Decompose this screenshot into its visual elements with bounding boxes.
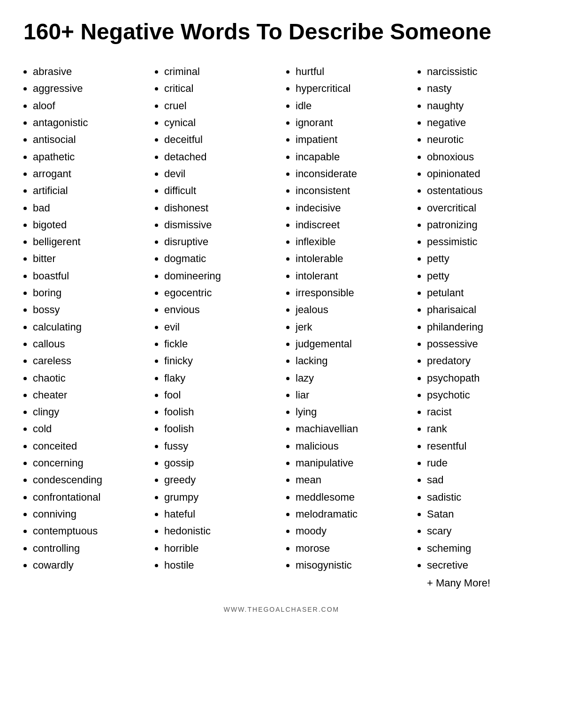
list-item: melodramatic	[296, 506, 408, 523]
list-item: aloof	[33, 98, 145, 114]
list-item: calculating	[33, 319, 145, 336]
list-item: callous	[33, 336, 145, 353]
list-item: overcritical	[427, 200, 540, 217]
list-item: inconsistent	[296, 182, 408, 199]
list-item: hedonistic	[164, 523, 277, 540]
list-item: Satan	[427, 506, 540, 523]
list-item: negative	[427, 114, 540, 131]
list-item: hurtful	[296, 63, 408, 80]
list-item: detached	[164, 149, 277, 165]
list-item: morose	[296, 540, 408, 557]
list-item: possessive	[427, 336, 540, 353]
list-item: antisocial	[33, 131, 145, 148]
list-item: hypercritical	[296, 80, 408, 97]
list-item: difficult	[164, 182, 277, 199]
list-item: belligerent	[33, 233, 145, 250]
list-item: abrasive	[33, 63, 145, 80]
list-item: foolish	[164, 404, 277, 420]
list-item: intolerant	[296, 268, 408, 285]
list-item: bitter	[33, 250, 145, 267]
list-item: machiavellian	[296, 420, 408, 437]
list-item: aggressive	[33, 80, 145, 97]
list-item: resentful	[427, 438, 540, 455]
list-item: sad	[427, 472, 540, 488]
list-item: lacking	[296, 353, 408, 369]
list-item: indiscreet	[296, 217, 408, 233]
list-item: critical	[164, 80, 277, 97]
list-item: mean	[296, 472, 408, 488]
list-item: predatory	[427, 353, 540, 369]
list-item: careless	[33, 353, 145, 369]
list-item: fussy	[164, 438, 277, 455]
list-item: finicky	[164, 353, 277, 369]
list-item: racist	[427, 404, 540, 420]
list-item: arrogant	[33, 165, 145, 182]
list-item: cruel	[164, 98, 277, 114]
list-item: cheater	[33, 387, 145, 404]
list-item: conceited	[33, 438, 145, 455]
list-item: apathetic	[33, 149, 145, 165]
list-item: devil	[164, 165, 277, 182]
list-item: bossy	[33, 301, 145, 318]
list-item: contemptuous	[33, 523, 145, 540]
list-item: hateful	[164, 506, 277, 523]
list-item: antagonistic	[33, 114, 145, 131]
list-item: envious	[164, 301, 277, 318]
list-item: deceitful	[164, 131, 277, 148]
list-item: hostile	[164, 557, 277, 574]
list-item: gossip	[164, 455, 277, 472]
list-item: philandering	[427, 319, 540, 336]
list-item: controlling	[33, 540, 145, 557]
list-item: concerning	[33, 455, 145, 472]
list-item: cowardly	[33, 557, 145, 574]
list-item: greedy	[164, 472, 277, 488]
list-item: petty	[427, 268, 540, 285]
list-item: evil	[164, 319, 277, 336]
list-item: inconsiderate	[296, 165, 408, 182]
list-item: confrontational	[33, 489, 145, 506]
list-item: lazy	[296, 370, 408, 387]
list-item: cynical	[164, 114, 277, 131]
list-item: idle	[296, 98, 408, 114]
list-item: condescending	[33, 472, 145, 488]
word-column-4: narcissisticnastynaughtynegativeneurotic…	[418, 63, 540, 592]
list-item: boastful	[33, 268, 145, 285]
list-item: naughty	[427, 98, 540, 114]
list-item: flaky	[164, 370, 277, 387]
list-item: artificial	[33, 182, 145, 199]
list-item: irresponsible	[296, 285, 408, 301]
list-item: patronizing	[427, 217, 540, 233]
list-item: narcissistic	[427, 63, 540, 80]
list-item: ignorant	[296, 114, 408, 131]
list-item: disruptive	[164, 233, 277, 250]
list-item: inflexible	[296, 233, 408, 250]
list-item: indecisive	[296, 200, 408, 217]
list-item: opinionated	[427, 165, 540, 182]
list-item: bad	[33, 200, 145, 217]
list-item: jerk	[296, 319, 408, 336]
list-item: nasty	[427, 80, 540, 97]
list-item: obnoxious	[427, 149, 540, 165]
list-item: malicious	[296, 438, 408, 455]
list-item: rank	[427, 420, 540, 437]
list-item: liar	[296, 387, 408, 404]
list-item: chaotic	[33, 370, 145, 387]
word-column-2: criminalcriticalcruelcynicaldeceitfuldet…	[155, 63, 277, 592]
list-item: lying	[296, 404, 408, 420]
list-item: sadistic	[427, 489, 540, 506]
list-item: dogmatic	[164, 250, 277, 267]
list-item: criminal	[164, 63, 277, 80]
list-item: grumpy	[164, 489, 277, 506]
list-item: boring	[33, 285, 145, 301]
list-item: foolish	[164, 420, 277, 437]
list-item: conniving	[33, 506, 145, 523]
list-item: domineering	[164, 268, 277, 285]
list-item: cold	[33, 420, 145, 437]
more-note: + Many More!	[427, 575, 540, 592]
list-item: clingy	[33, 404, 145, 420]
list-item: fickle	[164, 336, 277, 353]
list-item: jealous	[296, 301, 408, 318]
list-item: scary	[427, 523, 540, 540]
list-item: misogynistic	[296, 557, 408, 574]
list-item: pessimistic	[427, 233, 540, 250]
